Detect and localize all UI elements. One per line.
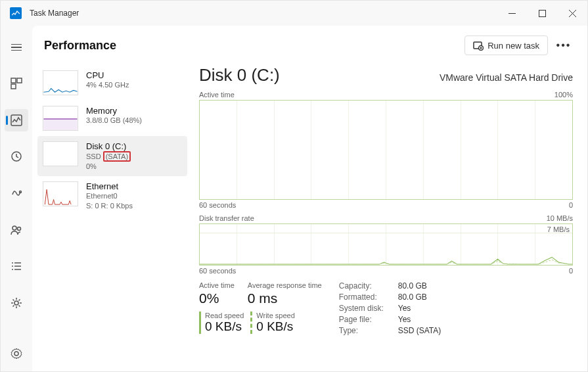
memory-thumb [43,106,78,131]
chart1-xright: 0 [569,201,573,209]
chart2-xright: 0 [569,267,573,275]
disk-sub1: SSD (SATA) [86,151,131,162]
page-title: Performance [44,39,116,53]
active-time-value: 0% [199,291,235,306]
svg-point-18 [14,301,18,305]
read-speed-value: 0 KB/s [205,319,244,334]
run-new-task-label: Run new task [487,41,539,51]
category-ethernet[interactable]: Ethernet Ethernet0 S: 0 R: 0 Kbps [37,176,187,216]
svg-rect-6 [11,84,16,89]
transfer-rate-chart: 7 MB/s [199,223,573,266]
chart1-label: Active time [199,91,235,99]
nav-history[interactable] [5,146,28,168]
more-options-button[interactable]: ••• [553,35,574,56]
close-button[interactable] [557,1,587,26]
nav-processes[interactable] [5,73,28,95]
nav-details[interactable] [5,255,28,277]
cpu-title: CPU [86,70,129,80]
svg-rect-5 [17,78,22,83]
ethernet-thumb [43,181,78,206]
svg-point-19 [14,352,18,356]
app-title: Task Manager [30,9,79,18]
minimize-button[interactable] [497,1,527,26]
chart1-xleft: 60 seconds [199,201,236,209]
ethernet-title: Ethernet [86,181,133,191]
navigation-rail [1,26,32,372]
chart2-max: 10 MB/s [547,214,573,222]
chart2-xleft: 60 seconds [199,267,236,275]
category-memory[interactable]: Memory 3.8/8.0 GB (48%) [37,101,187,136]
ethernet-sub1: Ethernet0 [86,191,133,200]
detail-panel: Disk 0 (C:) VMware Virtual SATA Hard Dri… [192,62,587,372]
disk-thumb [43,141,78,166]
memory-title: Memory [86,106,142,116]
nav-users[interactable] [5,219,28,241]
title-bar: Task Manager [1,1,587,26]
nav-settings[interactable] [5,343,28,365]
svg-rect-24 [43,119,77,130]
disk-title: Disk 0 (C:) [86,141,131,151]
nav-performance[interactable] [5,109,28,131]
nav-services[interactable] [5,292,28,314]
run-task-icon [473,40,484,51]
menu-button[interactable] [5,36,28,58]
category-cpu[interactable]: CPU 4% 4.50 GHz [37,65,187,101]
ethernet-sub2: S: 0 R: 0 Kbps [86,201,133,210]
svg-rect-4 [11,78,16,83]
avg-response-label: Average response time [248,281,322,289]
chart2-label: Disk transfer rate [199,214,254,222]
disk-sub2: 0% [86,162,131,171]
read-speed-label: Read speed [205,312,244,319]
chart1-max: 100% [554,91,573,99]
nav-startup[interactable] [5,182,28,204]
run-new-task-button[interactable]: Run new task [464,35,548,55]
detail-description: VMware Virtual SATA Hard Drive [440,72,573,83]
avg-response-value: 0 ms [248,291,322,306]
disk-info-table: Capacity:80.0 GB Formatted:80.0 GB Syste… [339,281,441,335]
cpu-sub: 4% 4.50 GHz [86,80,129,89]
cpu-thumb [43,70,78,95]
category-disk[interactable]: Disk 0 (C:) SSD (SATA) 0% [37,136,187,176]
sata-highlight: (SATA) [103,151,131,162]
app-icon [10,7,22,19]
svg-point-10 [12,226,16,230]
active-time-label: Active time [199,281,235,289]
svg-rect-1 [539,10,545,16]
maximize-button[interactable] [527,1,557,26]
active-time-chart [199,100,573,200]
write-speed-value: 0 KB/s [256,319,295,334]
write-speed-label: Write speed [256,312,295,319]
svg-point-11 [18,227,21,230]
detail-title: Disk 0 (C:) [199,65,280,85]
memory-sub: 3.8/8.0 GB (48%) [86,116,142,125]
category-list: CPU 4% 4.50 GHz Memory 3.8/8.0 GB (48%) … [32,62,192,372]
